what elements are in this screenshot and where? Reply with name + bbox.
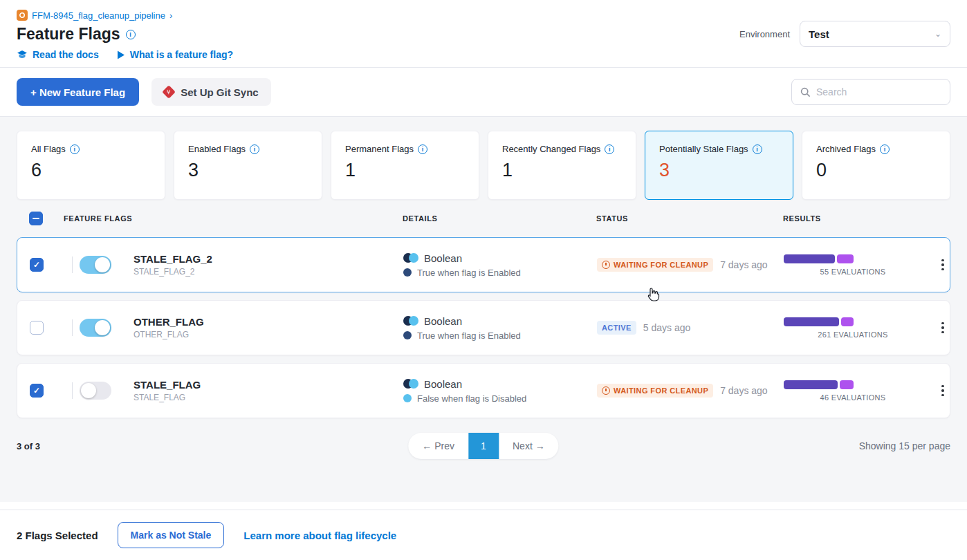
next-page-button[interactable]: Next → (499, 440, 559, 451)
flag-toggle[interactable] (80, 382, 111, 400)
stat-card-recently-changed-flags[interactable]: Recently Changed Flagsi 1 (488, 131, 636, 200)
selected-count: 2 Flags Selected (17, 530, 98, 541)
page-header: FFM-8945_flag_cleanup_pipeline › Feature… (0, 0, 967, 67)
info-icon[interactable]: i (418, 144, 427, 154)
select-all-checkbox[interactable] (29, 212, 43, 225)
flag-name[interactable]: OTHER_FLAG (133, 316, 403, 328)
flag-type: Boolean (424, 315, 462, 327)
stat-value: 3 (188, 160, 308, 181)
info-icon[interactable]: i (250, 144, 259, 154)
search-box[interactable] (791, 79, 950, 105)
info-icon[interactable]: i (880, 144, 890, 154)
boolean-icon (403, 379, 418, 389)
table-row[interactable]: STALE_FLAG STALE_FLAG Boolean False when… (17, 363, 950, 418)
divider (72, 256, 73, 273)
per-page-label: Showing 15 per page (859, 440, 950, 451)
col-status: STATUS (596, 214, 783, 223)
title-info-icon[interactable]: i (126, 30, 136, 39)
row-menu-button[interactable] (922, 385, 964, 397)
status-badge[interactable]: WAITING FOR CLEANUP (597, 258, 713, 272)
breadcrumb-chevron-icon: › (169, 10, 172, 21)
flag-detail: False when flag is Disabled (417, 393, 526, 404)
variation-dot-icon (403, 331, 412, 339)
breadcrumb-label[interactable]: FFM-8945_flag_cleanup_pipeline (32, 10, 165, 21)
main-content: All Flagsi 6 Enabled Flagsi 3 Permanent … (0, 117, 967, 502)
mark-not-stale-button[interactable]: Mark as Not Stale (118, 522, 225, 548)
table-row[interactable]: OTHER_FLAG OTHER_FLAG Boolean True when … (17, 300, 950, 355)
chevron-down-icon: ⌄ (934, 29, 941, 39)
boolean-icon (403, 316, 418, 326)
row-checkbox[interactable] (30, 384, 44, 398)
docs-icon (17, 50, 28, 59)
row-menu-button[interactable] (922, 322, 964, 334)
flag-name[interactable]: STALE_FLAG (133, 379, 403, 391)
flag-toggle[interactable] (80, 256, 111, 274)
info-icon[interactable]: i (70, 144, 80, 154)
stat-value: 1 (502, 160, 622, 181)
search-input[interactable] (816, 86, 927, 97)
search-icon (800, 87, 811, 97)
flag-type: Boolean (424, 378, 462, 390)
pipeline-icon (17, 10, 28, 21)
info-icon[interactable]: i (753, 144, 762, 154)
last-change-ago: 7 days ago (720, 385, 768, 396)
divider (72, 382, 73, 399)
row-count: 3 of 3 (17, 441, 40, 451)
clock-icon (602, 261, 610, 269)
flag-toggle[interactable] (80, 319, 111, 337)
status-badge[interactable]: WAITING FOR CLEANUP (597, 384, 713, 398)
stat-card-archived-flags[interactable]: Archived Flagsi 0 (802, 131, 950, 200)
pagination-row: 3 of 3 ← Prev 1 Next → Showing 15 per pa… (17, 432, 950, 460)
flag-detail: True when flag is Enabled (417, 330, 521, 341)
table-row[interactable]: STALE_FLAG_2 STALE_FLAG_2 Boolean True w… (17, 237, 950, 292)
stat-value: 1 (345, 160, 465, 181)
flag-id: OTHER_FLAG (133, 330, 403, 339)
setup-git-sync-button[interactable]: ⑂ Set Up Git Sync (151, 78, 271, 106)
prev-page-button[interactable]: ← Prev (408, 440, 468, 451)
row-checkbox[interactable] (30, 321, 44, 335)
stat-card-potentially-stale-flags[interactable]: Potentially Stale Flagsi 3 (645, 131, 793, 200)
stat-card-all-flags[interactable]: All Flagsi 6 (17, 131, 165, 200)
row-checkbox[interactable] (30, 258, 44, 272)
environment-label: Environment (739, 29, 790, 39)
info-icon[interactable]: i (605, 144, 614, 154)
read-docs-link[interactable]: Read the docs (17, 49, 99, 60)
evaluations-bar (784, 317, 854, 326)
environment-select[interactable]: Test ⌄ (800, 21, 950, 47)
flag-id: STALE_FLAG_2 (133, 267, 403, 277)
col-feature-flags: FEATURE FLAGS (64, 214, 403, 223)
row-menu-button[interactable] (922, 259, 964, 271)
col-details: DETAILS (403, 214, 596, 223)
evaluations-label: 55 EVALUATIONS (820, 268, 886, 276)
stat-cards: All Flagsi 6 Enabled Flagsi 3 Permanent … (17, 131, 950, 200)
col-results: RESULTS (783, 214, 921, 223)
clock-icon (602, 386, 610, 395)
status-badge[interactable]: ACTIVE (597, 321, 636, 335)
boolean-icon (403, 253, 418, 263)
flag-name[interactable]: STALE_FLAG_2 (133, 253, 403, 265)
stat-value: 0 (816, 160, 936, 181)
breadcrumb[interactable]: FFM-8945_flag_cleanup_pipeline › (17, 10, 950, 21)
variation-dot-icon (403, 268, 412, 277)
page-title: Feature Flags (17, 25, 120, 44)
git-sync-icon: ⑂ (162, 85, 176, 99)
what-is-flag-link[interactable]: What is a feature flag? (117, 49, 233, 60)
stat-card-enabled-flags[interactable]: Enabled Flagsi 3 (174, 131, 322, 200)
flag-id: STALE_FLAG (133, 393, 403, 402)
flag-detail: True when flag is Enabled (417, 268, 521, 278)
environment-value: Test (809, 28, 829, 40)
variation-dot-icon (403, 394, 412, 402)
stat-card-permanent-flags[interactable]: Permanent Flagsi 1 (331, 131, 479, 200)
selection-footer: 2 Flags Selected Mark as Not Stale Learn… (0, 510, 967, 560)
play-icon (117, 50, 125, 59)
flag-lifecycle-link[interactable]: Learn more about flag lifecycle (243, 530, 396, 541)
evaluations-bar (784, 380, 854, 389)
flag-type: Boolean (424, 252, 462, 264)
page-1-button[interactable]: 1 (468, 433, 499, 459)
evaluations-label: 261 EVALUATIONS (818, 330, 887, 339)
table-header: FEATURE FLAGS DETAILS STATUS RESULTS (17, 200, 950, 237)
new-feature-flag-button[interactable]: + New Feature Flag (17, 78, 139, 106)
divider (72, 319, 73, 336)
pager: ← Prev 1 Next → (408, 433, 558, 459)
stat-value: 3 (659, 160, 779, 181)
